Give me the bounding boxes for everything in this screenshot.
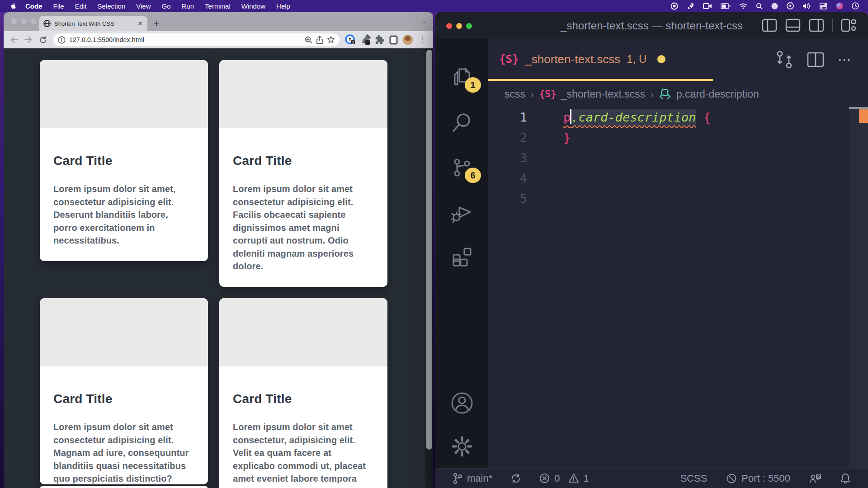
site-info-icon[interactable] [58, 36, 66, 44]
camera-icon[interactable] [703, 3, 712, 9]
editor-tab[interactable]: {S} _shorten-text.scss 1, U [488, 39, 713, 81]
feedback-button[interactable] [809, 473, 821, 484]
card-description: Lorem ipsum dolor sit amet consectetur a… [233, 183, 374, 273]
source-control-icon[interactable]: 6 [435, 145, 488, 190]
code-editor[interactable]: 1 2 3 4 5 p.card-description { } [488, 107, 868, 468]
clock-icon[interactable] [852, 2, 859, 9]
url-text[interactable]: 127.0.0.1:5500/index.html [69, 36, 301, 43]
screenshot-extension-icon[interactable] [389, 35, 398, 45]
search-icon[interactable] [435, 100, 488, 145]
line-number: 5 [488, 188, 527, 209]
new-tab-button[interactable]: + [154, 18, 159, 29]
menu-edit[interactable]: Edit [75, 2, 87, 10]
code-line-2[interactable]: } [563, 127, 868, 148]
chrome-zoom-button[interactable] [31, 19, 37, 24]
play-icon[interactable] [787, 2, 794, 9]
problems-indicator[interactable]: 0 1 [539, 473, 589, 484]
control-center-icon[interactable] [820, 3, 827, 9]
volume-icon[interactable] [802, 3, 811, 9]
feedback-icon [809, 473, 821, 484]
wifi-icon[interactable] [739, 3, 747, 9]
chrome-window: Shorten Text With CSS ✕ + ⌄ 127.0.0.1:55… [4, 12, 433, 488]
code-content[interactable]: p.card-description { } [547, 107, 868, 468]
record-icon[interactable] [670, 2, 678, 10]
profile-avatar[interactable] [402, 34, 413, 45]
browser-tab[interactable]: Shorten Text With CSS ✕ [39, 16, 147, 31]
bookmark-star-icon[interactable] [327, 36, 335, 44]
chrome-close-button[interactable] [11, 19, 17, 24]
settings-gear-icon[interactable] [435, 425, 488, 468]
password-extension-icon[interactable] [345, 34, 356, 45]
chevron-right-icon: › [531, 89, 534, 99]
breadcrumb-file[interactable]: _shorten-text.scss [561, 88, 646, 100]
sync-button[interactable] [510, 473, 521, 484]
tab-close-icon[interactable]: ✕ [137, 20, 143, 27]
extensions-puzzle-icon[interactable] [375, 35, 385, 45]
editor-scrollbar[interactable] [849, 107, 868, 468]
menu-view[interactable]: View [136, 2, 151, 10]
forward-button[interactable] [23, 36, 34, 43]
tab-problems-git-decoration: 1, U [627, 53, 646, 66]
menu-run[interactable]: Run [182, 2, 194, 10]
run-debug-icon[interactable] [435, 190, 488, 235]
live-server-port[interactable]: Port : 5500 [726, 473, 790, 484]
notifications-button[interactable] [840, 473, 851, 484]
scss-file-icon: {S} [499, 53, 519, 66]
reload-button[interactable] [37, 36, 49, 44]
accounts-icon[interactable] [435, 381, 488, 425]
split-editor-icon[interactable] [807, 52, 824, 67]
toggle-panel-icon[interactable] [785, 19, 801, 32]
breadcrumb: scss › {S} _shorten-text.scss › p.card-d… [488, 81, 868, 107]
breadcrumb-symbol[interactable]: p.card-description [676, 88, 759, 100]
error-icon [539, 473, 550, 483]
code-line-1[interactable]: p.card-description { [563, 107, 868, 127]
extensions-icon[interactable] [435, 235, 488, 281]
language-mode-indicator[interactable]: SCSS [680, 473, 707, 484]
menu-help[interactable]: Help [276, 2, 290, 10]
vscode-zoom-button[interactable] [466, 23, 472, 29]
rocket-icon[interactable] [687, 2, 694, 10]
line-number: 4 [488, 168, 527, 188]
circle-app-icon[interactable] [771, 3, 778, 9]
scrollbar-thumb[interactable] [426, 50, 432, 450]
selector-class-token: .card-description [571, 109, 696, 126]
zoom-icon[interactable] [304, 36, 312, 44]
vscode-minimize-button[interactable] [456, 23, 462, 29]
tab-overflow-chevron-icon[interactable]: ⌄ [422, 18, 427, 24]
toggle-sidebar-icon[interactable] [762, 19, 777, 32]
web-page: Card Title Lorem ipsum dolor sit amet, c… [4, 48, 433, 488]
card: Card Title Lorem ipsum dolor sit amet, c… [40, 60, 208, 261]
battery-icon[interactable] [721, 3, 731, 9]
toggle-secondary-sidebar-icon[interactable] [809, 19, 824, 32]
colorpicker-extension-icon[interactable] [360, 34, 371, 45]
divider [832, 19, 833, 32]
menu-go[interactable]: Go [162, 2, 171, 10]
menu-file[interactable]: File [53, 2, 64, 10]
open-changes-icon[interactable] [775, 50, 793, 69]
customize-layout-icon[interactable] [841, 19, 856, 32]
breadcrumb-folder[interactable]: scss [505, 88, 525, 100]
spotlight-search-icon[interactable] [756, 3, 763, 9]
card-partial [40, 486, 208, 488]
more-actions-icon[interactable]: ⋯ [838, 55, 853, 64]
window-title: _shorten-text.scss — shorten-text-css [561, 19, 743, 32]
back-button[interactable] [8, 36, 20, 43]
page-scrollbar[interactable] [425, 48, 433, 488]
menu-window[interactable]: Window [241, 2, 265, 10]
menu-terminal[interactable]: Terminal [205, 2, 231, 10]
apple-icon[interactable] [10, 2, 17, 10]
address-bar[interactable]: 127.0.0.1:5500/index.html [53, 33, 340, 46]
chrome-minimize-button[interactable] [21, 19, 27, 24]
card: Card Title Lorem ipsum dolor sit amet co… [219, 298, 387, 488]
siri-icon[interactable] [836, 2, 843, 9]
vscode-close-button[interactable] [446, 23, 452, 29]
warning-icon [568, 473, 579, 483]
menu-selection[interactable]: Selection [98, 2, 126, 10]
menu-kebab-icon[interactable]: ⋮ [417, 36, 428, 44]
git-branch-indicator[interactable]: main* [453, 473, 492, 484]
explorer-icon[interactable]: 1 [435, 55, 488, 100]
menu-app-name[interactable]: Code [25, 2, 42, 10]
unsaved-changes-dot[interactable] [657, 55, 665, 63]
share-icon[interactable] [316, 36, 323, 44]
git-branch-icon [453, 473, 462, 484]
